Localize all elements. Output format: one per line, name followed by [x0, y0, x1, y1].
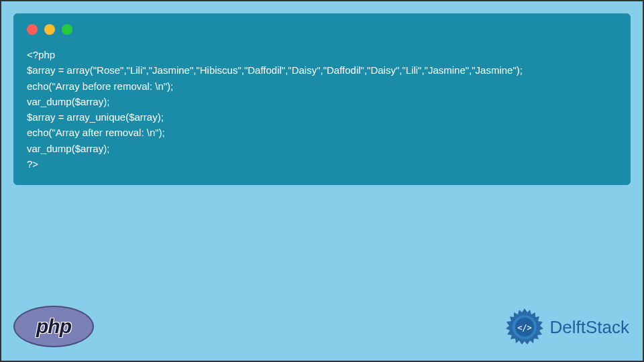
php-logo-text: php	[36, 315, 71, 338]
code-block: <?php $array = array("Rose","Lili","Jasm…	[27, 47, 617, 172]
maximize-icon	[62, 24, 72, 35]
code-line: $array = array_unique($array);	[27, 111, 164, 123]
code-line: ?>	[27, 158, 38, 170]
delftstack-text: DelftStack	[550, 317, 630, 338]
code-line: <?php	[27, 49, 55, 60]
delftstack-gear-icon: </>	[504, 307, 545, 347]
code-line: $array = array("Rose","Lili","Jasmine","…	[27, 64, 523, 76]
code-container: <?php $array = array("Rose","Lili","Jasm…	[13, 13, 631, 185]
code-line: echo("Array before removal: \n");	[27, 80, 173, 92]
close-icon	[27, 24, 38, 35]
delftstack-logo: </> DelftStack	[504, 307, 630, 347]
window-controls	[27, 24, 617, 35]
code-line: var_dump($array);	[27, 96, 109, 107]
code-line: echo("Array after removal: \n");	[27, 127, 165, 138]
code-line: var_dump($array);	[27, 143, 109, 154]
php-logo: php	[13, 306, 94, 347]
minimize-icon	[44, 24, 55, 35]
svg-text:</>: </>	[517, 323, 532, 333]
